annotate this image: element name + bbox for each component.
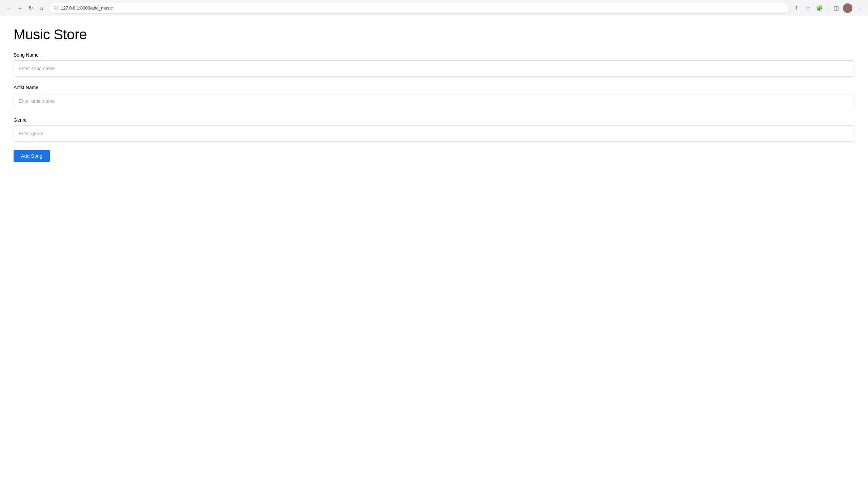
menu-icon: ⋮ <box>856 5 862 11</box>
genre-group: Genre <box>14 117 854 142</box>
nav-buttons: ← → ↻ ⌂ <box>4 3 46 13</box>
sidebar-icon: ◫ <box>834 5 839 11</box>
song-name-input[interactable] <box>14 61 854 76</box>
extensions-button[interactable]: 🧩 <box>815 3 824 13</box>
forward-button[interactable]: → <box>15 3 24 13</box>
bookmark-button[interactable]: ☆ <box>803 3 813 13</box>
divider <box>828 5 828 12</box>
home-button[interactable]: ⌂ <box>37 3 46 13</box>
browser-actions: ⤒ ☆ 🧩 ◫ ⋮ <box>792 3 864 13</box>
artist-name-group: Artist Name <box>14 85 854 109</box>
secure-icon: ⓘ <box>54 5 58 11</box>
reload-icon: ↻ <box>29 5 33 11</box>
page-title: Music Store <box>14 27 854 43</box>
back-icon: ← <box>6 5 12 11</box>
address-bar[interactable]: ⓘ 127.0.0.1:8000/add_music <box>49 3 789 14</box>
puzzle-icon: 🧩 <box>816 5 823 11</box>
add-song-button[interactable]: Add Song <box>14 150 50 162</box>
share-button[interactable]: ⤒ <box>792 3 801 13</box>
avatar[interactable] <box>843 3 852 13</box>
artist-name-input[interactable] <box>14 93 854 109</box>
song-name-label: Song Name <box>14 52 854 58</box>
share-icon: ⤒ <box>795 5 799 11</box>
artist-name-label: Artist Name <box>14 85 854 90</box>
browser-chrome: ← → ↻ ⌂ ⓘ 127.0.0.1:8000/add_music ⤒ ☆ 🧩… <box>0 0 868 16</box>
song-name-group: Song Name <box>14 52 854 76</box>
reload-button[interactable]: ↻ <box>26 3 35 13</box>
genre-label: Genre <box>14 117 854 123</box>
genre-input[interactable] <box>14 125 854 142</box>
url-text: 127.0.0.1:8000/add_music <box>61 5 784 11</box>
star-icon: ☆ <box>806 5 810 11</box>
forward-icon: → <box>17 5 22 11</box>
sidebar-button[interactable]: ◫ <box>831 3 841 13</box>
page-content: Music Store Song Name Artist Name Genre … <box>0 16 868 172</box>
home-icon: ⌂ <box>40 5 43 11</box>
back-button[interactable]: ← <box>4 3 14 13</box>
menu-button[interactable]: ⋮ <box>854 3 864 13</box>
